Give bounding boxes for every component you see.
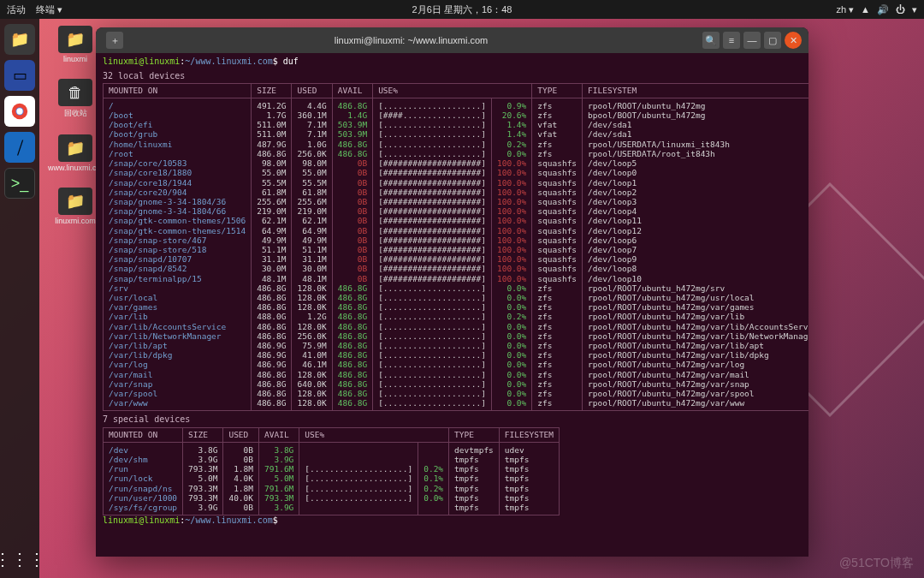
- special-devices-table: MOUNTED ONSIZEUSEDAVAILUSE%TYPEFILESYSTE…: [103, 427, 560, 515]
- dock-terminal-icon[interactable]: >_: [4, 168, 35, 199]
- table-row: /boot 1.7G 360.1M 1.4G [####............…: [104, 110, 809, 120]
- table-row: /run/lock 5.0M 4.0K 5.0M [..............…: [104, 474, 560, 483]
- local-devices-table: MOUNTED ONSIZEUSEDAVAILUSE%TYPEFILESYSTE…: [103, 83, 808, 411]
- volume-icon[interactable]: 🔊: [877, 4, 889, 15]
- table-row: /snap/core20/904 61.8M 61.8M 0B [#######…: [104, 188, 809, 197]
- table-row: /var/lib/dpkg 486.9G 41.0M 486.8G [.....…: [104, 350, 809, 360]
- terminal-window: ＋ linuxmi@linuxmi: ~/www.linuxmi.com 🔍 ≡…: [96, 27, 808, 557]
- desktop-folder-linuxmi[interactable]: 📁linuxmi: [48, 26, 103, 63]
- table-row: /snap/snapd/8542 30.0M 30.0M 0B [#######…: [104, 264, 809, 273]
- table-row: /run/user/1000 793.3M 40.0K 793.3M [....…: [104, 493, 560, 503]
- prompt-line: linuxmi@linuxmi:~/www.linuxmi.com$ duf: [103, 57, 802, 68]
- dock-files-icon[interactable]: 📁: [4, 24, 35, 55]
- svg-point-2: [16, 108, 22, 114]
- table-row: /root 486.8G 256.0K 486.8G [............…: [104, 149, 809, 158]
- new-tab-button[interactable]: ＋: [106, 32, 123, 49]
- titlebar[interactable]: ＋ linuxmi@linuxmi: ~/www.linuxmi.com 🔍 ≡…: [96, 27, 808, 53]
- table-row: /dev/shm 3.9G 0B 3.9G tmpfs tmpfs: [104, 455, 560, 464]
- power-icon[interactable]: ⏻: [896, 4, 905, 15]
- dock: 📁 ▭ ⧸ >_ ⋮⋮⋮: [0, 19, 39, 578]
- table-row: /sys/fs/cgroup 3.9G 0B 3.9G tmpfs tmpfs: [104, 503, 560, 515]
- menu-button[interactable]: ≡: [723, 32, 740, 49]
- dock-vscode-icon[interactable]: ⧸: [4, 132, 35, 163]
- special-devices-title: 7 special devices: [103, 414, 802, 426]
- table-row: /snap/core18/1880 55.0M 55.0M 0B [######…: [104, 168, 809, 177]
- table-row: /var/lib/apt 486.9G 75.9M 486.8G [......…: [104, 341, 809, 350]
- close-button[interactable]: ✕: [785, 32, 802, 49]
- table-row: /snap/core/10583 98.0M 98.0M 0B [#######…: [104, 158, 809, 168]
- table-row: /snap/gnome-3-34-1804/36 255.6M 255.6M 0…: [104, 197, 809, 206]
- table-row: /snap/gtk-common-themes/1506 62.1M 62.1M…: [104, 216, 809, 225]
- table-row: /snap/snap-store/467 49.9M 49.9M 0B [###…: [104, 235, 809, 245]
- terminal-body[interactable]: linuxmi@linuxmi:~/www.linuxmi.com$ duf 3…: [96, 53, 808, 557]
- table-row: /var/snap 486.8G 640.0K 486.8G [........…: [104, 379, 809, 389]
- input-source[interactable]: zh ▾: [836, 4, 854, 15]
- show-applications-icon[interactable]: ⋮⋮⋮: [0, 549, 45, 569]
- table-row: /home/linuxmi 487.9G 1.0G 486.8G [......…: [104, 140, 809, 149]
- local-devices-title: 32 local devices: [103, 71, 802, 82]
- table-row: /snap/gtk-common-themes/1514 64.9M 64.9M…: [104, 226, 809, 235]
- dock-screenshot-icon[interactable]: ▭: [4, 60, 35, 91]
- desktop-folder-www[interactable]: 📁www.linuxmi.com: [48, 134, 103, 172]
- table-row: /dev 3.8G 0B 3.8G devtmpfs udev: [104, 442, 560, 455]
- minimize-button[interactable]: ―: [743, 32, 761, 49]
- table-row: /var/lib/AccountsService 486.8G 128.0K 4…: [104, 322, 809, 331]
- table-row: /snap/terminalpp/15 48.1M 48.1M 0B [####…: [104, 274, 809, 283]
- table-row: /var/log 486.9G 46.1M 486.8G [..........…: [104, 360, 809, 369]
- table-row: /boot/efi 511.0M 7.1M 503.9M [..........…: [104, 120, 809, 129]
- window-title: linuxmi@linuxmi: ~/www.linuxmi.com: [123, 35, 699, 45]
- clock[interactable]: 2月6日 星期六，16：48: [412, 3, 512, 16]
- table-row: /snap/gnome-3-34-1804/66 219.0M 219.0M 0…: [104, 206, 809, 216]
- table-row: /var/lib/NetworkManager 486.8G 256.0K 48…: [104, 331, 809, 341]
- table-row: /usr/local 486.8G 128.0K 486.8G [.......…: [104, 293, 809, 302]
- caret-down-icon[interactable]: ▾: [912, 4, 917, 15]
- table-row: /var/mail 486.8G 128.0K 486.8G [........…: [104, 370, 809, 379]
- search-button[interactable]: 🔍: [702, 32, 720, 49]
- table-row: /srv 486.8G 128.0K 486.8G [.............…: [104, 283, 809, 293]
- watermark: @51CTO博客: [839, 556, 914, 571]
- table-row: /run 793.3M 1.8M 791.6M [...............…: [104, 464, 560, 474]
- table-row: /snap/snapd/10707 31.1M 31.1M 0B [######…: [104, 254, 809, 264]
- table-row: /snap/snap-store/518 51.1M 51.1M 0B [###…: [104, 245, 809, 254]
- table-row: / 491.2G 4.4G 486.8G [..................…: [104, 98, 809, 110]
- table-row: /var/lib 488.0G 1.2G 486.8G [...........…: [104, 312, 809, 321]
- table-row: /boot/grub 511.0M 7.1M 503.9M [.........…: [104, 129, 809, 139]
- desktop-icons: 📁linuxmi 🗑回收站 📁www.linuxmi.com 📁linuxmi.…: [48, 26, 103, 225]
- desktop-trash[interactable]: 🗑回收站: [48, 79, 103, 119]
- gnome-topbar: 活动 终端 ▾ 2月6日 星期六，16：48 zh ▾ ▲ 🔊 ⏻ ▾: [0, 0, 924, 19]
- table-row: /var/games 486.8G 128.0K 486.8G [.......…: [104, 302, 809, 312]
- table-row: /var/spool 486.8G 128.0K 486.8G [.......…: [104, 389, 809, 398]
- app-menu[interactable]: 终端 ▾: [36, 3, 62, 16]
- prompt-line-2: linuxmi@linuxmi:~/www.linuxmi.com$: [103, 515, 802, 527]
- table-row: /var/www 486.8G 128.0K 486.8G [.........…: [104, 398, 809, 411]
- activities-button[interactable]: 活动: [7, 3, 26, 16]
- desktop-folder-site[interactable]: 📁linuxmi.com: [48, 188, 103, 225]
- network-icon[interactable]: ▲: [861, 4, 870, 15]
- table-row: /snap/core18/1944 55.5M 55.5M 0B [######…: [104, 178, 809, 188]
- dock-chrome-icon[interactable]: [4, 96, 35, 127]
- table-row: /run/snapd/ns 793.3M 1.8M 791.6M [......…: [104, 484, 560, 493]
- maximize-button[interactable]: ▢: [764, 32, 781, 49]
